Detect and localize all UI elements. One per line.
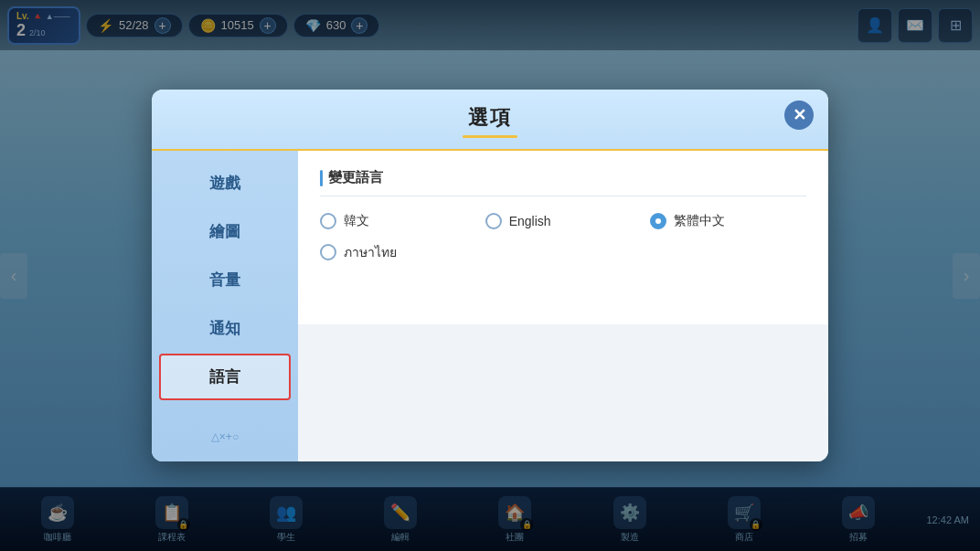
radio-korean — [320, 213, 336, 229]
language-label-thai: ภาษาไทย — [344, 242, 397, 262]
radio-english — [485, 213, 502, 229]
language-option-korean[interactable]: 韓文 — [320, 213, 476, 229]
sidebar-item-drawing[interactable]: 繪圖 — [152, 208, 298, 255]
language-label-traditional-chinese: 繁體中文 — [674, 213, 725, 229]
modal-content-area: 變更語言 韓文 English — [298, 151, 828, 461]
sidebar-item-game[interactable]: 遊戲 — [152, 160, 298, 207]
radio-traditional-chinese — [650, 213, 666, 229]
language-content: 變更語言 韓文 English — [298, 151, 828, 324]
language-label-english: English — [509, 214, 551, 228]
language-option-traditional-chinese[interactable]: 繁體中文 — [650, 213, 806, 229]
sidebar-item-sound[interactable]: 音量 — [152, 257, 298, 303]
language-options: 韓文 English 繁體中文 — [320, 213, 806, 262]
sidebar-item-language[interactable]: 語言 — [159, 354, 291, 400]
options-modal: 選項 ✕ 遊戲 繪圖 音量 通知 語言 △×+○ 變更語言 — [152, 90, 828, 461]
modal-overlay: 選項 ✕ 遊戲 繪圖 音量 通知 語言 △×+○ 變更語言 — [0, 0, 980, 551]
language-option-english[interactable]: English — [485, 213, 642, 229]
section-title: 變更語言 — [320, 169, 806, 196]
content-lower-area — [298, 324, 828, 461]
language-label-korean: 韓文 — [344, 213, 369, 229]
sidebar-item-notify[interactable]: 通知 — [152, 305, 298, 352]
modal-close-button[interactable]: ✕ — [784, 101, 814, 130]
title-underline — [463, 135, 517, 138]
modal-title: 選項 — [170, 104, 810, 132]
options-sidebar: 遊戲 繪圖 音量 通知 語言 △×+○ — [152, 151, 298, 461]
language-option-thai[interactable]: ภาษาไทย — [320, 242, 476, 262]
modal-header: 選項 ✕ — [152, 90, 828, 151]
modal-body: 遊戲 繪圖 音量 通知 語言 △×+○ 變更語言 韓文 — [152, 151, 828, 461]
radio-thai — [320, 244, 336, 260]
sidebar-footer: △×+○ — [152, 421, 298, 452]
